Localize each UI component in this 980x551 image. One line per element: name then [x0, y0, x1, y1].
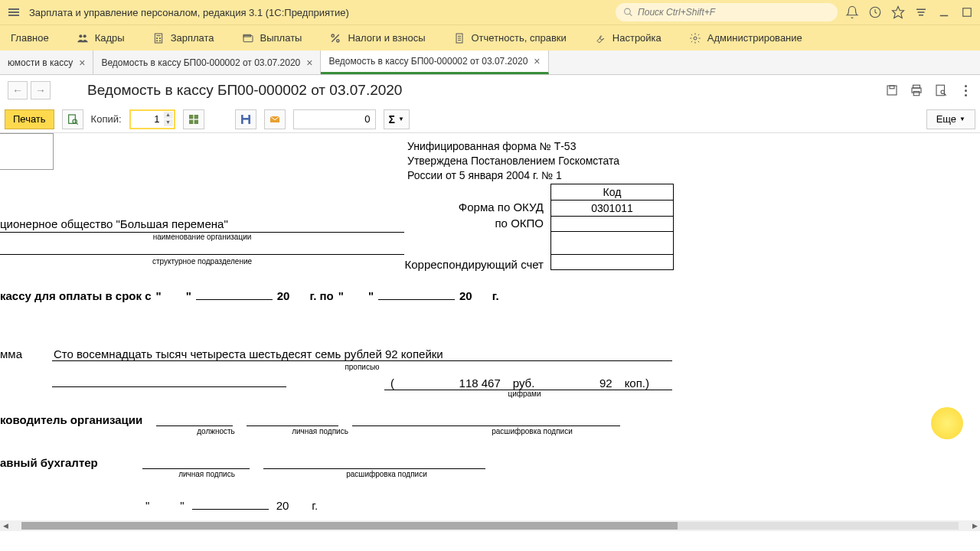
printer-icon[interactable]	[910, 83, 923, 97]
period-line: кассу для оплаты в срок с "" 20 г. по ""…	[0, 288, 499, 302]
tab-2[interactable]: Ведомость в кассу БП00-000002 от 03.07.2…	[321, 51, 548, 74]
svg-point-21	[337, 39, 339, 41]
maximize-icon[interactable]	[960, 5, 974, 19]
nav-payments[interactable]: Выплаты	[237, 29, 307, 47]
org-sub: наименование организации	[0, 233, 404, 241]
close-icon[interactable]: ×	[534, 55, 540, 67]
header-actions	[885, 83, 972, 97]
save-icon[interactable]	[885, 83, 899, 97]
tab-label: юмости в кассу	[8, 57, 73, 68]
nav-settings[interactable]: Настройка	[590, 29, 666, 47]
nav-arrows: ← →	[8, 81, 51, 99]
spinner-down[interactable]: ▼	[164, 119, 173, 126]
disk-button[interactable]	[235, 109, 256, 129]
settings-lines-icon[interactable]	[914, 5, 928, 19]
hamburger-icon[interactable]	[6, 5, 21, 20]
search-icon	[623, 7, 633, 18]
svg-point-33	[941, 90, 945, 94]
header-row: ← → Ведомость в кассу БП00-000002 от 03.…	[0, 75, 980, 106]
spinner-up[interactable]: ▲	[164, 112, 173, 119]
more-button[interactable]: Еще ▼	[926, 109, 975, 129]
nav-main[interactable]: Главное	[6, 29, 54, 47]
svg-point-15	[156, 40, 157, 41]
document-content: Унифицированная форма № Т-53 Утверждена …	[0, 133, 980, 531]
scroll-right-icon[interactable]: ▶	[969, 520, 980, 531]
print-button[interactable]: Печать	[5, 109, 54, 129]
bell-icon[interactable]	[845, 5, 859, 19]
nav-admin[interactable]: Администрирование	[684, 29, 807, 47]
minimize-icon[interactable]	[937, 5, 951, 19]
titlebar: Зарплата и управление персоналом, редакц…	[0, 0, 980, 24]
document-icon	[453, 32, 466, 44]
codes-blank	[551, 232, 674, 255]
okud-label: Форма по ОКУД	[444, 201, 544, 214]
svg-point-16	[159, 40, 160, 41]
search-input[interactable]	[638, 7, 830, 18]
sigma-button[interactable]: Σ ▼	[384, 109, 410, 129]
calculator-icon	[152, 32, 165, 44]
nav-reports[interactable]: Отчетность, справки	[449, 29, 571, 47]
tabsbar: юмости в кассу × Ведомость в кассу БП00-…	[0, 51, 980, 75]
codes-okpo	[551, 217, 674, 232]
svg-rect-39	[194, 115, 198, 119]
svg-point-36	[73, 119, 77, 123]
layout-button[interactable]	[183, 109, 204, 129]
form-header: Унифицированная форма № Т-53 Утверждена …	[407, 139, 980, 183]
date-line: "" 20 г.	[145, 497, 318, 512]
scroll-left-icon[interactable]: ◀	[0, 520, 11, 531]
sum-words-sub: прописью	[52, 363, 672, 371]
sum-words-row: мма Сто восемнадцать тысяч четыреста шес…	[0, 347, 672, 361]
mail-button[interactable]	[264, 109, 286, 129]
svg-rect-43	[243, 115, 248, 118]
close-icon[interactable]: ×	[79, 57, 85, 69]
wallet-icon	[242, 32, 254, 44]
svg-rect-11	[155, 34, 162, 43]
svg-rect-28	[890, 86, 894, 89]
svg-rect-27	[887, 86, 897, 95]
nav-payroll[interactable]: Зарплата	[148, 29, 219, 47]
codes-table: Код 0301011	[550, 184, 674, 270]
grid-icon	[188, 113, 200, 126]
forward-button[interactable]: →	[31, 81, 51, 99]
chevron-down-icon: ▼	[398, 116, 404, 122]
scroll-track[interactable]	[21, 522, 959, 530]
floppy-icon	[240, 113, 252, 126]
back-button[interactable]: ←	[8, 81, 28, 99]
history-icon[interactable]	[868, 5, 882, 19]
svg-point-20	[332, 34, 334, 37]
page-title: Ведомость в кассу БП00-000002 от 03.07.2…	[87, 82, 402, 99]
nav-taxes[interactable]: Налоги и взносы	[325, 29, 430, 47]
sigma-icon: Σ	[389, 113, 395, 126]
svg-rect-31	[913, 92, 920, 96]
svg-rect-44	[243, 119, 248, 123]
tab-0[interactable]: юмости в кассу ×	[0, 51, 93, 74]
num-input[interactable]	[293, 109, 376, 129]
page-zoom-icon	[67, 113, 79, 126]
more-vertical-icon[interactable]	[959, 83, 972, 97]
sum-digits-sub: цифрами	[383, 390, 666, 398]
search-page-icon[interactable]	[934, 83, 948, 97]
svg-point-26	[694, 37, 697, 40]
mail-icon	[269, 113, 281, 126]
tab-1[interactable]: Ведомость в кассу БП00-000002 от 03.07.2…	[93, 51, 321, 74]
svg-point-10	[83, 34, 86, 37]
window-title: Зарплата и управление персоналом, редакц…	[29, 7, 616, 18]
search-box[interactable]	[616, 3, 838, 21]
nav-hr[interactable]: Кадры	[72, 29, 129, 47]
horizontal-scrollbar[interactable]: ◀ ▶	[0, 520, 980, 531]
close-icon[interactable]: ×	[306, 57, 312, 69]
codes-acc	[551, 255, 674, 270]
scroll-thumb[interactable]	[21, 522, 678, 530]
svg-rect-41	[194, 119, 198, 123]
wrench-icon	[594, 32, 606, 44]
struct-sub: структурное подразделение	[0, 257, 404, 266]
gear-icon	[689, 32, 701, 44]
okpo-label: по ОКПО	[444, 217, 544, 230]
chevron-down-icon: ▼	[959, 116, 965, 122]
struct-line	[0, 254, 404, 255]
svg-line-37	[76, 122, 77, 124]
preview-button[interactable]	[62, 109, 83, 129]
svg-point-14	[159, 37, 160, 38]
star-icon[interactable]	[891, 5, 905, 19]
copies-wrap: ▲▼	[129, 109, 175, 129]
